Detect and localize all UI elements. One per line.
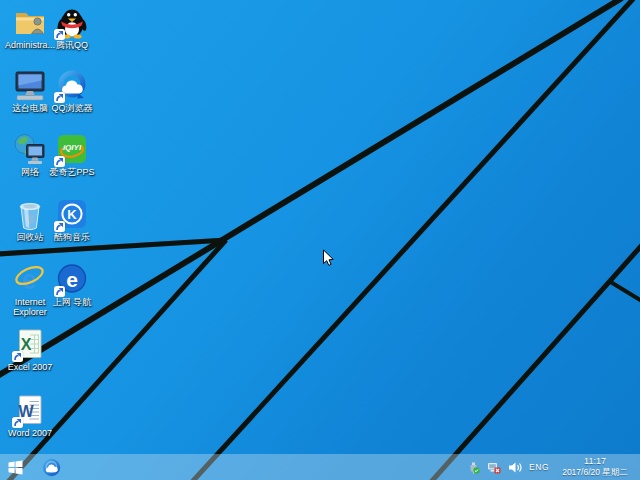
- icon-label: 上网 导航: [53, 297, 92, 307]
- computer-icon: [13, 68, 47, 102]
- icon-label: 爱奇艺PPS: [49, 167, 94, 177]
- recycle-bin-icon: [13, 197, 47, 231]
- shortcut-arrow-icon: [54, 29, 65, 40]
- icon-label: QQ浏览器: [51, 103, 92, 113]
- desktop[interactable]: Administra... 腾讯QQ: [0, 0, 640, 480]
- language-indicator[interactable]: ENG: [529, 462, 549, 472]
- icon-label: 这台电脑: [12, 103, 48, 113]
- mouse-cursor: [322, 249, 334, 267]
- start-button[interactable]: [0, 454, 30, 480]
- internet-explorer-icon: e: [13, 262, 47, 296]
- icon-label: Word 2007: [8, 428, 52, 438]
- desktop-icon-qq-browser[interactable]: QQ浏览器: [44, 68, 100, 113]
- desktop-icon-word-2007[interactable]: W Word 2007: [2, 393, 58, 438]
- volume-icon[interactable]: [508, 461, 522, 474]
- icon-label: 网络: [21, 167, 39, 177]
- shortcut-arrow-icon: [12, 351, 23, 362]
- safely-remove-hardware-icon[interactable]: [467, 461, 480, 474]
- desktop-icon-tencent-qq[interactable]: 腾讯QQ: [44, 5, 100, 50]
- svg-text:iQIYI: iQIYI: [63, 143, 82, 152]
- shortcut-arrow-icon: [54, 221, 65, 232]
- svg-text:K: K: [67, 207, 77, 222]
- shortcut-arrow-icon: [54, 286, 65, 297]
- icon-label: Excel 2007: [8, 362, 53, 372]
- taskbar-qq-browser-button[interactable]: [36, 454, 66, 480]
- icon-label: 腾讯QQ: [56, 40, 88, 50]
- network-disconnected-icon[interactable]: [487, 461, 501, 474]
- windows-logo-icon: [8, 460, 23, 475]
- taskbar[interactable]: ENG 11:17 2017/6/20 星期二: [0, 454, 640, 480]
- desktop-icon-kugou-music[interactable]: K 酷狗音乐: [44, 197, 100, 242]
- icon-label: 回收站: [17, 232, 44, 242]
- icon-label: 酷狗音乐: [54, 232, 90, 242]
- shortcut-arrow-icon: [54, 92, 65, 103]
- svg-text:e: e: [66, 268, 78, 291]
- qq-browser-icon: [41, 457, 62, 478]
- clock-date: 2017/6/20 星期二: [562, 467, 628, 478]
- system-tray[interactable]: ENG 11:17 2017/6/20 星期二: [467, 454, 640, 480]
- desktop-icon-iqiyi-pps[interactable]: iQIYI 爱奇艺PPS: [44, 132, 100, 177]
- desktop-icon-excel-2007[interactable]: X Excel 2007: [2, 327, 58, 372]
- desktop-icon-web-navigation[interactable]: e 上网 导航: [44, 262, 100, 307]
- taskbar-clock[interactable]: 11:17 2017/6/20 星期二: [556, 456, 634, 478]
- shortcut-arrow-icon: [54, 156, 65, 167]
- shortcut-arrow-icon: [12, 417, 23, 428]
- clock-time: 11:17: [584, 456, 606, 467]
- network-globe-icon: [13, 132, 47, 166]
- user-folder-icon: [13, 5, 47, 39]
